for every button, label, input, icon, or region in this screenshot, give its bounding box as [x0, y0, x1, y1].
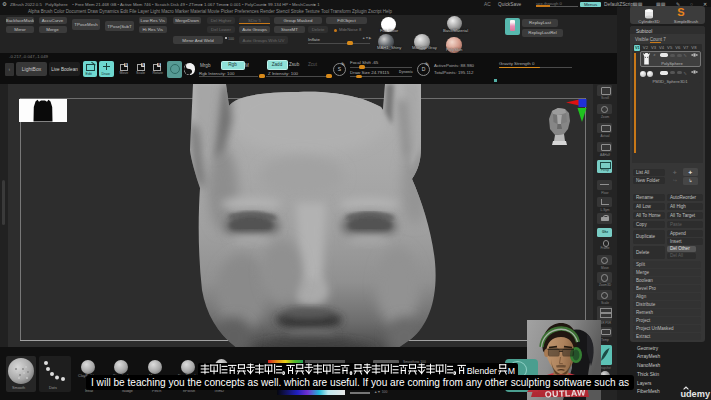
svg-text:udemy: udemy: [680, 388, 711, 398]
svg-text:Blender: Blender: [467, 365, 497, 375]
svg-text:M: M: [508, 365, 515, 375]
